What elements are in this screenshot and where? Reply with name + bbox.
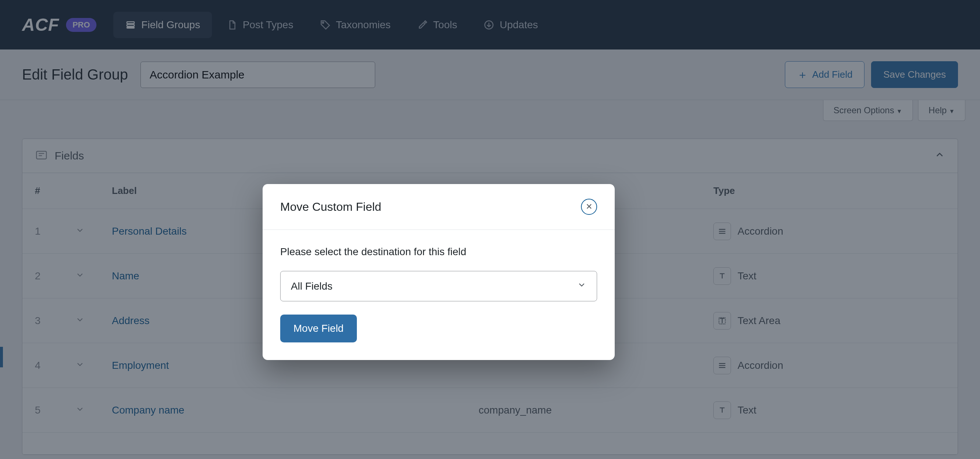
destination-select[interactable]: All Fields	[280, 271, 597, 301]
select-value: All Fields	[291, 281, 332, 292]
modal-close-button[interactable]: ✕	[581, 199, 597, 215]
modal-title: Move Custom Field	[280, 200, 382, 214]
button-label: Move Field	[293, 322, 344, 334]
close-icon: ✕	[586, 202, 592, 211]
chevron-down-icon	[577, 280, 587, 292]
modal-prompt-text: Please select the destination for this f…	[280, 246, 597, 258]
move-field-submit-button[interactable]: Move Field	[280, 314, 357, 342]
move-field-modal: Move Custom Field ✕ Please select the de…	[262, 184, 615, 360]
